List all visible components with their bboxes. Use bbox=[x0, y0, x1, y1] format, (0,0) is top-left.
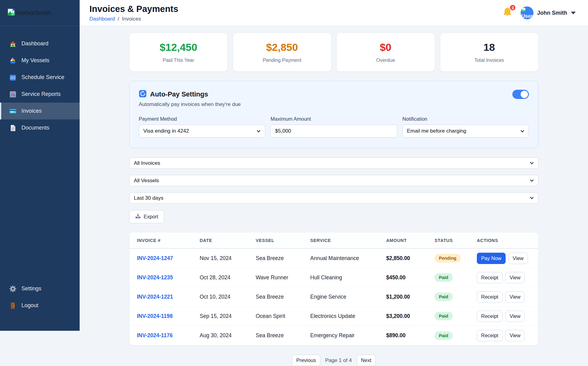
invoice-link[interactable]: INV-2024-1247 bbox=[137, 255, 200, 262]
top-bar: Invoices & Payments Dashboard / Invoices… bbox=[80, 0, 588, 26]
stat-label: Paid This Year bbox=[163, 58, 194, 63]
stat-card-total-invoices: 18 Total Invoices bbox=[440, 33, 538, 72]
stat-card-paid-this-year: $12,450 Paid This Year bbox=[129, 33, 228, 72]
invoice-status-filter-select[interactable]: All Invoices bbox=[129, 157, 538, 169]
field-label: Payment Method bbox=[139, 116, 265, 122]
sidebar-item-label: Settings bbox=[21, 285, 41, 292]
inbox-tray-icon bbox=[135, 213, 141, 220]
sidebar-item-settings[interactable]: Settings bbox=[0, 280, 80, 297]
stats-row: $12,450 Paid This Year $2,850 Pending Pa… bbox=[129, 33, 538, 72]
payment-method-select[interactable]: Visa ending in 4242 bbox=[139, 125, 265, 138]
calendar-icon bbox=[9, 74, 17, 81]
house-icon bbox=[9, 40, 17, 47]
invoice-service: Engine Service bbox=[310, 294, 386, 300]
invoice-link[interactable]: INV-2024-1176 bbox=[137, 332, 200, 339]
page-title: Invoices & Payments bbox=[89, 4, 178, 14]
chevron-down-icon bbox=[530, 179, 534, 182]
maximum-amount-input[interactable] bbox=[270, 125, 397, 138]
credit-card-icon bbox=[9, 108, 17, 115]
date-range-filter-select[interactable]: Last 30 days bbox=[129, 192, 538, 204]
view-button[interactable]: View bbox=[505, 330, 525, 341]
main-area: Invoices & Payments Dashboard / Invoices… bbox=[80, 0, 588, 366]
logo: HarborSmith bbox=[0, 0, 80, 26]
receipt-button[interactable]: Receipt bbox=[477, 330, 503, 341]
status-badge: Paid bbox=[435, 292, 453, 301]
avatar: User bbox=[521, 6, 533, 19]
column-header: INVOICE # bbox=[137, 238, 200, 243]
sidebar-item-invoices[interactable]: Invoices bbox=[0, 103, 80, 119]
stat-card-overdue: $0 Overdue bbox=[337, 33, 435, 72]
column-header: AMOUNT bbox=[386, 238, 435, 243]
view-button[interactable]: View bbox=[508, 253, 528, 264]
avatar-alt-text: User bbox=[521, 13, 533, 19]
sidebar-item-service-reports[interactable]: Service Reports bbox=[0, 86, 80, 103]
invoice-amount: $450.00 bbox=[386, 274, 435, 281]
notification-count-badge: 3 bbox=[509, 4, 516, 11]
invoice-link[interactable]: INV-2024-1235 bbox=[137, 274, 200, 281]
breadcrumb-dashboard-link[interactable]: Dashboard bbox=[89, 16, 115, 22]
next-page-button[interactable]: Next bbox=[357, 355, 376, 366]
sidebar-nav: Dashboard My Vessels Schedu bbox=[0, 35, 80, 136]
column-header: ACTIONS bbox=[477, 238, 531, 243]
invoice-vessel: Sea Breeze bbox=[256, 332, 310, 339]
sidebar-item-label: My Vessels bbox=[21, 57, 49, 64]
column-header: VESSEL bbox=[256, 238, 310, 243]
receipt-button[interactable]: Receipt bbox=[477, 272, 503, 283]
sidebar-item-schedule-service[interactable]: Schedule Service bbox=[0, 69, 80, 86]
table-row: INV-2024-1176 Aug 30, 2024 Sea Breeze Em… bbox=[130, 326, 538, 345]
pagination: Previous Page 1 of 4 Next bbox=[129, 355, 538, 366]
sidebar-item-label: Documents bbox=[21, 125, 49, 131]
sidebar-item-dashboard[interactable]: Dashboard bbox=[0, 35, 80, 52]
selected-value: All Invoices bbox=[134, 160, 160, 166]
invoice-date: Sep 15, 2024 bbox=[200, 313, 256, 319]
sidebar-item-label: Invoices bbox=[21, 108, 42, 114]
receipt-button[interactable]: Receipt bbox=[477, 291, 503, 303]
status-badge: Paid bbox=[435, 273, 453, 282]
pay-now-button[interactable]: Pay Now bbox=[477, 253, 506, 264]
invoice-link[interactable]: INV-2024-1198 bbox=[137, 313, 200, 319]
stat-card-pending-payment: $2,850 Pending Payment bbox=[233, 33, 331, 72]
invoice-amount: $3,200.00 bbox=[386, 313, 435, 319]
table-row: INV-2024-1221 Oct 10, 2024 Sea Breeze En… bbox=[130, 287, 538, 307]
selected-value: Email me before charging bbox=[407, 128, 466, 134]
notification-select[interactable]: Email me before charging bbox=[402, 125, 529, 138]
export-button[interactable]: Export bbox=[129, 210, 164, 223]
column-header: DATE bbox=[200, 238, 256, 243]
sidebar-item-label: Logout bbox=[21, 302, 38, 309]
sidebar-item-my-vessels[interactable]: My Vessels bbox=[0, 52, 80, 69]
autopay-toggle[interactable] bbox=[512, 90, 529, 99]
invoice-date: Oct 10, 2024 bbox=[200, 294, 256, 300]
content: $12,450 Paid This Year $2,850 Pending Pa… bbox=[129, 26, 538, 366]
stat-label: Pending Payment bbox=[263, 58, 301, 63]
vessel-filter-select[interactable]: All Vessels bbox=[129, 175, 538, 186]
table-row: INV-2024-1198 Sep 15, 2024 Ocean Spirit … bbox=[130, 307, 538, 326]
sidebar-item-label: Schedule Service bbox=[21, 74, 64, 81]
field-label: Maximum Amount bbox=[270, 116, 397, 122]
notification-field: Notification Email me before charging bbox=[402, 116, 529, 138]
receipt-button[interactable]: Receipt bbox=[477, 311, 503, 322]
view-button[interactable]: View bbox=[505, 272, 525, 283]
invoice-service: Hull Cleaning bbox=[310, 274, 386, 281]
status-badge: Pending bbox=[435, 254, 461, 262]
chevron-down-icon bbox=[530, 197, 534, 199]
sidebar-item-label: Service Reports bbox=[21, 91, 61, 97]
invoice-link[interactable]: INV-2024-1221 bbox=[137, 294, 200, 300]
column-header: SERVICE bbox=[310, 238, 386, 243]
selected-value: Visa ending in 4242 bbox=[143, 128, 189, 134]
view-button[interactable]: View bbox=[505, 291, 525, 303]
user-menu[interactable]: User John Smith bbox=[521, 6, 576, 19]
sidebar-item-logout[interactable]: Logout bbox=[0, 297, 80, 314]
sidebar-item-documents[interactable]: Documents bbox=[0, 119, 80, 136]
chevron-down-icon bbox=[530, 162, 534, 164]
invoice-vessel: Sea Breeze bbox=[256, 255, 310, 262]
broken-image-icon bbox=[522, 8, 526, 12]
invoice-amount: $1,200.00 bbox=[386, 294, 435, 300]
autopay-title: Auto-Pay Settings bbox=[150, 90, 208, 98]
sidebar: HarborSmith Dashboard bbox=[0, 0, 80, 331]
previous-page-button[interactable]: Previous bbox=[292, 355, 320, 366]
view-button[interactable]: View bbox=[505, 311, 525, 322]
invoice-date: Nov 15, 2024 bbox=[200, 255, 256, 262]
gear-icon bbox=[9, 285, 17, 292]
notifications-button[interactable]: 3 bbox=[502, 7, 513, 19]
sidebar-footer: Settings Logout bbox=[0, 280, 80, 314]
